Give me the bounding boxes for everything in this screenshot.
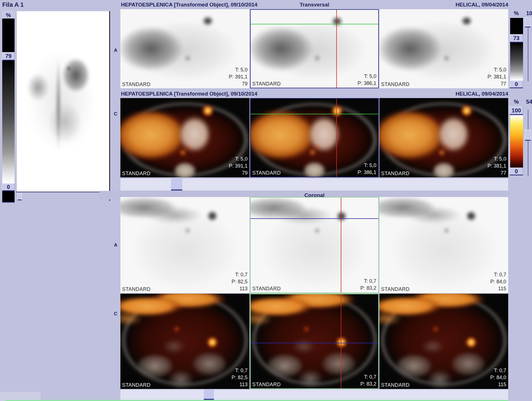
crosshair-horizontal-blue[interactable] xyxy=(251,343,378,343)
spect-scale-lower-threshold[interactable]: 0 xyxy=(510,80,523,88)
slice-number: 77 xyxy=(487,170,506,177)
spect-gray-colorbar[interactable] xyxy=(510,43,523,80)
transversal-spect-image-2-selected[interactable]: STANDARD T: 5,0 P: 386,1 xyxy=(250,9,379,88)
reconstruction-mode-label: STANDARD xyxy=(381,82,410,87)
position-value: P: 83,2 xyxy=(360,381,376,388)
mip-art xyxy=(17,31,109,165)
crosshair-vertical-red[interactable] xyxy=(336,99,337,177)
coronal-fused-image-2-selected[interactable]: STANDARD T: 0,7 P: 83,2 xyxy=(250,294,379,389)
transversal-fused-image-3[interactable]: STANDARD T: 5,0 P: 381,1 77 xyxy=(379,98,508,177)
image-overlay-values: T: 0,7 P: 83,2 xyxy=(360,278,376,292)
crosshair-vertical-red[interactable] xyxy=(336,10,337,88)
fused-ct-study-header: HELICAL, 09/04/2014 xyxy=(456,91,508,97)
slice-number: 113 xyxy=(232,381,248,388)
position-value: P: 386,1 xyxy=(358,80,376,87)
fused-scale-unit-label: % xyxy=(510,99,523,105)
crosshair-vertical-red[interactable] xyxy=(341,294,341,388)
slice-number: 115 xyxy=(490,381,506,388)
thickness-value: T: 5,0 xyxy=(487,66,506,73)
left-scale-upper-threshold[interactable]: 79 xyxy=(2,52,15,61)
spect-scale-upper-threshold[interactable]: 73 xyxy=(510,34,523,43)
spect-threshold-slider-track[interactable] xyxy=(528,27,528,81)
image-overlay-values: T: 0,7 P: 84,0 115 xyxy=(490,367,506,388)
coronal-spect-image-3[interactable]: STANDARD T: 0,7 P: 84,0 115 xyxy=(379,197,508,293)
fused-threshold-slider-track[interactable] xyxy=(528,110,528,176)
image-overlay-values: T: 0,7 P: 84,0 115 xyxy=(490,271,506,292)
viewer-canvas: { "app": { "title": "Fila A 1" }, "left_… xyxy=(0,0,532,401)
left-gray-colorbar[interactable] xyxy=(2,61,15,183)
image-overlay-values: T: 0,7 P: 82,5 113 xyxy=(232,367,248,388)
spect-slider-max-label: 100 xyxy=(526,10,532,17)
reconstruction-mode-label: STANDARD xyxy=(122,171,151,177)
spect-scale-unit-label: % xyxy=(510,10,523,17)
row-label-transversal-c: C xyxy=(111,111,120,117)
coronal-spect-image-1[interactable]: STANDARD T: 0,7 P: 82,5 113 xyxy=(120,197,249,293)
coronal-fused-image-1[interactable]: STANDARD T: 0,7 P: 82,5 113 xyxy=(120,294,249,389)
reconstruction-mode-label: STANDARD xyxy=(252,382,281,388)
spect-threshold-slider-handle[interactable] xyxy=(525,17,531,27)
position-value: P: 84,0 xyxy=(490,374,506,381)
transversal-view-label: Transversal xyxy=(250,2,379,8)
spect-scale-upper-band xyxy=(510,18,523,34)
fused-hot-colorbar[interactable] xyxy=(510,115,523,168)
thickness-value: T: 0,7 xyxy=(360,278,376,285)
transversal-spect-image-1[interactable]: STANDARD T: 5,0 P: 391,1 79 xyxy=(120,9,249,88)
scintigram-art xyxy=(120,197,249,293)
row-label-coronal-a: A xyxy=(111,242,120,248)
mip-panel-bottom-border xyxy=(16,192,110,192)
reconstruction-mode-label: STANDARD xyxy=(381,171,410,177)
transversal-fused-image-1[interactable]: STANDARD T: 5,0 P: 391,1 79 xyxy=(120,98,249,177)
fused-spect-study-header: HEPATOESPLENICA [Transformed Object], 09… xyxy=(121,91,257,97)
position-value: P: 391,1 xyxy=(229,163,248,170)
reconstruction-mode-label: STANDARD xyxy=(381,286,410,292)
position-value: P: 381,1 xyxy=(487,73,506,80)
left-scale-lower-threshold[interactable]: 0 xyxy=(2,183,15,191)
transversal-scrollbar-thumb[interactable] xyxy=(171,179,182,191)
slice-number: 79 xyxy=(229,80,248,87)
transversal-spect-study-header: HEPATOESPLENICA [Transformed Object], 09… xyxy=(121,2,257,8)
reconstruction-mode-label: STANDARD xyxy=(122,286,151,292)
position-value: P: 84,0 xyxy=(490,278,506,285)
bottom-green-divider xyxy=(6,400,508,401)
left-scale-upper-band xyxy=(2,18,15,52)
fused-scale-upper-threshold[interactable]: 100 xyxy=(510,106,523,115)
thickness-value: T: 5,0 xyxy=(487,156,506,163)
transversal-slice-scrollbar[interactable] xyxy=(120,179,508,191)
scintigram-art xyxy=(379,197,508,293)
left-mini-slider[interactable] xyxy=(17,194,22,200)
slice-number: 115 xyxy=(490,285,506,292)
thickness-value: T: 5,0 xyxy=(358,73,376,80)
row-label-transversal-a: A xyxy=(111,48,120,53)
fusion-art xyxy=(120,294,249,389)
mip-image[interactable] xyxy=(17,11,109,192)
coronal-spect-image-2-selected[interactable]: STANDARD T: 0,7 P: 83,2 xyxy=(250,197,379,293)
image-overlay-values: T: 5,0 P: 381,1 77 xyxy=(487,156,506,177)
coronal-slice-scrollbar[interactable] xyxy=(120,390,508,400)
position-value: P: 83,2 xyxy=(360,285,376,292)
fusion-art xyxy=(379,294,508,389)
left-scale-unit-label: % xyxy=(2,11,15,18)
position-value: P: 386,1 xyxy=(358,169,376,176)
crosshair-horizontal-blue[interactable] xyxy=(251,218,378,219)
slice-number: 77 xyxy=(487,80,506,87)
thickness-value: T: 5,0 xyxy=(229,66,248,73)
slice-number: 79 xyxy=(229,170,248,177)
crosshair-vertical-red[interactable] xyxy=(341,198,341,293)
fused-scale-lower-threshold[interactable]: 0 xyxy=(510,168,523,175)
position-value: P: 82,5 xyxy=(232,374,248,381)
thickness-value: T: 5,0 xyxy=(358,162,376,169)
crosshair-horizontal-green[interactable] xyxy=(251,24,378,24)
crosshair-horizontal-green[interactable] xyxy=(251,114,378,114)
transversal-spect-image-3[interactable]: STANDARD T: 5,0 P: 381,1 77 xyxy=(379,9,508,88)
page-title: Fila A 1 xyxy=(2,1,24,8)
image-overlay-values: T: 5,0 P: 391,1 79 xyxy=(229,156,248,177)
thickness-value: T: 0,7 xyxy=(232,367,248,374)
position-value: P: 82,5 xyxy=(232,278,248,285)
coronal-scrollbar-thumb[interactable] xyxy=(204,390,214,400)
image-overlay-values: T: 5,0 P: 391,1 79 xyxy=(229,66,248,87)
transversal-fused-image-2-selected[interactable]: STANDARD T: 5,0 P: 386,1 xyxy=(250,98,379,177)
fused-threshold-slider-handle[interactable] xyxy=(525,129,531,141)
coronal-fused-image-3[interactable]: STANDARD T: 0,7 P: 84,0 115 xyxy=(379,294,508,389)
left-scale-lower-band xyxy=(2,191,15,203)
fused-slider-max-label: 54 xyxy=(526,99,532,105)
